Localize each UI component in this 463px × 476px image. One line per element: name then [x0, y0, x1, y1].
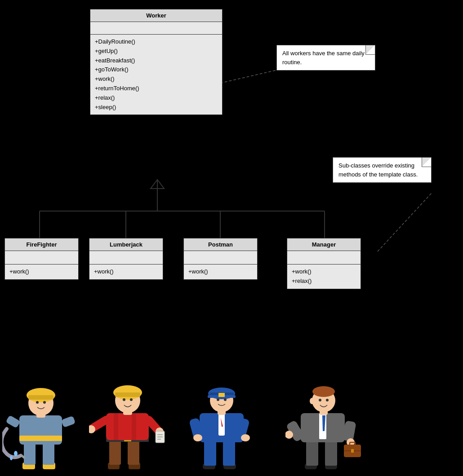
note-subclasses: Sub-classes override existing methods of…: [333, 157, 432, 183]
svg-rect-27: [109, 439, 121, 465]
manager-character: [285, 368, 364, 472]
svg-point-65: [217, 398, 219, 401]
svg-rect-64: [218, 393, 225, 397]
firefighter-class-name: FireFighter: [27, 241, 57, 248]
svg-point-85: [319, 399, 321, 401]
postman-fields: [184, 251, 257, 264]
lumberjack-class-name: Lumberjack: [110, 241, 142, 248]
svg-rect-31: [106, 413, 149, 440]
manager-fields: [287, 251, 361, 264]
svg-point-24: [10, 456, 13, 460]
svg-rect-41: [115, 392, 140, 397]
svg-point-58: [241, 434, 250, 441]
firefighter-character: [2, 368, 81, 472]
svg-point-86: [326, 399, 329, 401]
note-daily-routine: All workers have the same daily routine.: [276, 45, 375, 71]
worker-fields-section: [90, 22, 222, 35]
postman-class-name: Postman: [208, 241, 233, 248]
worker-class-name: Worker: [146, 12, 166, 19]
svg-rect-32: [114, 413, 118, 440]
svg-rect-70: [325, 439, 337, 466]
postman-methods: +work(): [184, 264, 257, 279]
lumberjack-methods: +work(): [89, 264, 163, 279]
svg-point-84: [312, 386, 335, 397]
worker-methods-section: +DailyRoutine() +getUp() +eatBreakfast()…: [90, 35, 222, 115]
svg-rect-69: [306, 439, 318, 466]
manager-class-name: Manager: [312, 241, 336, 248]
svg-point-57: [193, 434, 202, 441]
worker-class-header: Worker: [90, 9, 222, 22]
firefighter-class: FireFighter +work(): [4, 238, 79, 280]
svg-rect-16: [61, 416, 76, 428]
worker-class: Worker +DailyRoutine() +getUp() +eatBrea…: [90, 9, 223, 115]
lumberjack-class: Lumberjack +work(): [89, 238, 163, 280]
diagram-container: Worker +DailyRoutine() +getUp() +eatBrea…: [0, 0, 463, 476]
lumberjack-character: [89, 368, 168, 472]
svg-point-87: [310, 398, 314, 404]
postman-class-header: Postman: [184, 238, 257, 251]
firefighter-methods: +work(): [5, 264, 78, 279]
lumberjack-class-header: Lumberjack: [89, 238, 163, 251]
svg-point-42: [123, 398, 125, 401]
svg-marker-8: [151, 180, 164, 189]
svg-rect-81: [351, 449, 354, 453]
svg-line-0: [220, 70, 279, 83]
svg-point-22: [43, 401, 46, 404]
svg-rect-33: [132, 413, 136, 440]
svg-rect-28: [128, 439, 139, 465]
svg-rect-51: [223, 439, 235, 466]
firefighter-fields: [5, 251, 78, 264]
lumberjack-fields: [89, 251, 163, 264]
svg-line-1: [378, 193, 432, 251]
svg-point-66: [224, 398, 227, 401]
svg-rect-20: [28, 395, 53, 400]
manager-methods: +work() +relax(): [287, 264, 361, 289]
svg-rect-15: [5, 415, 20, 428]
svg-point-21: [36, 401, 39, 404]
svg-rect-50: [204, 439, 216, 466]
svg-rect-14: [19, 436, 62, 441]
manager-class: Manager +work() +relax(): [287, 238, 361, 289]
svg-point-43: [130, 398, 133, 401]
svg-point-23: [14, 451, 18, 456]
postman-character: [183, 368, 262, 472]
manager-class-header: Manager: [287, 238, 361, 251]
postman-class: Postman +work(): [183, 238, 258, 280]
firefighter-class-header: FireFighter: [5, 238, 78, 251]
